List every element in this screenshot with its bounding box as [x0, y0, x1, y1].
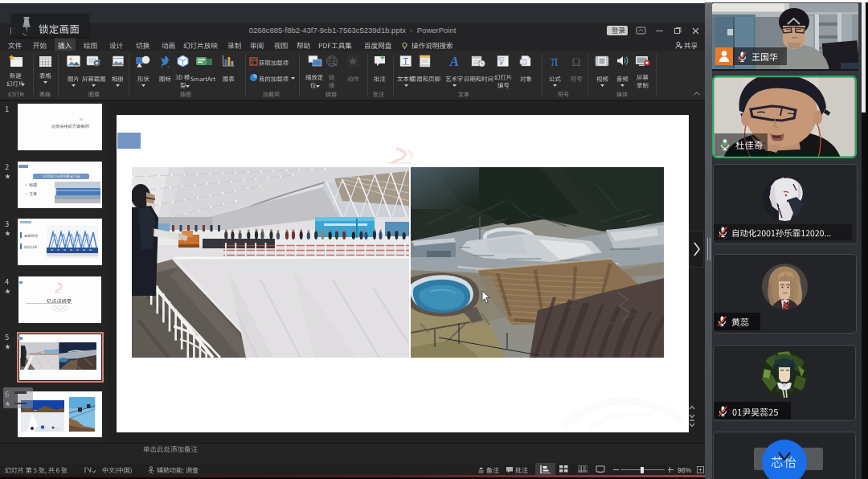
svg-text:π: π — [551, 54, 558, 68]
svg-text:#: # — [500, 60, 503, 66]
svg-text:Ω: Ω — [571, 55, 580, 68]
svg-text:A: A — [449, 55, 459, 68]
